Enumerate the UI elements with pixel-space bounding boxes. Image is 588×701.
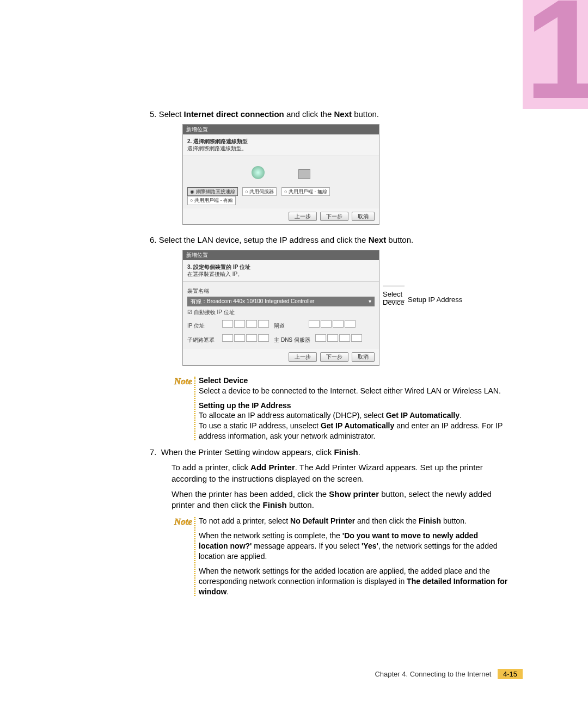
ss2-auto-ip-row[interactable]: ☑ 自動接收 IP 位址 [187, 306, 375, 318]
ss2-next-button[interactable]: 下一步 [320, 352, 348, 362]
ss2-gw-label: 閘道 [274, 322, 307, 330]
gw-octet[interactable] [309, 320, 320, 328]
page-footer: Chapter 4. Connecting to the Internet 4-… [0, 669, 588, 679]
step-7-body: To add a printer, click Add Printer. The… [150, 462, 509, 511]
mask-octet[interactable] [258, 334, 269, 342]
ss2-device-label: 裝置名稱 [187, 285, 375, 297]
ss1-heading: 2. 選擇網際網路連線類型 [187, 138, 248, 144]
mask-octet[interactable] [234, 334, 245, 342]
step-5-text-mid: and click the [284, 109, 334, 119]
gw-octet[interactable] [333, 320, 344, 328]
step-6-text-pre: Select the LAN device, setup the IP addr… [159, 235, 369, 244]
ss2-device-select[interactable]: 有線：Broadcom 440x 10/100 Integrated Contr… [187, 297, 375, 306]
note1-h1: Select Device [199, 376, 509, 386]
ip-octet[interactable] [246, 320, 257, 328]
ss1-header: 2. 選擇網際網路連線類型 選擇網際網路連線類型。 [183, 134, 379, 156]
note1-p2a: To allocate an IP address automatically … [199, 411, 386, 420]
note2-p2-mid: message appears. If you select [252, 542, 362, 550]
step-7-num: 7. [150, 447, 157, 457]
screenshot-connection-type: 新增位置 2. 選擇網際網路連線類型 選擇網際網路連線類型。 ◉ 網際網路直接連… [182, 124, 379, 225]
ss1-titlebar: 新增位置 [183, 125, 379, 134]
ss2-header: 3. 設定每個裝置的 IP 位址 在選擇裝置後輸入 IP。 [183, 260, 379, 282]
note-label: Note [150, 376, 192, 388]
ss1-opt1-label: 網際網路直接連線 [196, 189, 235, 194]
ss2-heading: 3. 設定每個裝置的 IP 位址 [187, 264, 250, 270]
mask-octet[interactable] [246, 334, 257, 342]
note-rule [194, 517, 195, 595]
dns-octet[interactable] [351, 334, 362, 342]
ss1-cancel-button[interactable]: 取消 [352, 212, 375, 222]
step7-l3-post: button. [287, 500, 314, 509]
screenshot-ip-wrap: 新增位置 3. 設定每個裝置的 IP 位址 在選擇裝置後輸入 IP。 裝置名稱 … [150, 250, 509, 366]
note2-p1-post: button. [441, 516, 467, 525]
note1-p2a-b: Get IP Automatically [386, 411, 460, 420]
ss2-subheading: 在選擇裝置後輸入 IP。 [187, 271, 243, 277]
ss2-cancel-button[interactable]: 取消 [352, 352, 375, 362]
note1-p1: Select a device to be connected to the I… [199, 386, 509, 396]
ss1-options: ◉ 網際網路直接連線 ○ 共用伺服器 ○ 共用用戶端 - 無線 ○ 共用用戶端 … [187, 187, 375, 205]
note1-p2: To allocate an IP address automatically … [199, 410, 509, 441]
ss1-next-button[interactable]: 下一步 [320, 212, 348, 222]
step7-l2-pre: To add a printer, click [171, 463, 250, 472]
footer-chapter: Chapter 4. Connecting to the Internet [375, 670, 491, 678]
step-5: 5. Select Internet direct connection and… [150, 109, 509, 120]
ss2-titlebar: 新增位置 [183, 250, 379, 260]
ss1-body: ◉ 網際網路直接連線 ○ 共用伺服器 ○ 共用用戶端 - 無線 ○ 共用用戶端 … [183, 156, 379, 208]
step7-l1-post: . [358, 447, 360, 457]
dns-octet[interactable] [327, 334, 338, 342]
note1-h2: Setting up the IP Address [199, 401, 509, 411]
step-6-num: 6. [150, 235, 157, 244]
note-2-body: To not add a printer, select No Default … [199, 516, 509, 597]
ss2-body: 裝置名稱 有線：Broadcom 440x 10/100 Integrated … [183, 282, 379, 349]
gw-octet[interactable] [321, 320, 332, 328]
step7-l2-b: Add Printer [250, 463, 295, 472]
note-label: Note [150, 516, 192, 528]
ip-octet[interactable] [234, 320, 245, 328]
callout-pointer [383, 286, 405, 286]
note2-p2-pre: When the network setting is complete, th… [199, 531, 342, 540]
chapter-tab: 1 [523, 0, 588, 109]
note-block-2: Note To not add a printer, select No Def… [150, 516, 509, 597]
ss1-opt-client-wired[interactable]: ○ 共用用戶端 - 有線 [187, 196, 236, 205]
page-content: 5. Select Internet direct connection and… [150, 109, 509, 602]
ss2-auto-ip-label: 自動接收 IP 位址 [194, 309, 235, 315]
ss1-opt-direct[interactable]: ◉ 網際網路直接連線 [187, 187, 238, 196]
note2-p1-b1: No Default Printer [290, 516, 355, 525]
note2-p3-post: . [226, 587, 229, 596]
ss2-device-value: 有線：Broadcom 440x 10/100 Integrated Contr… [191, 298, 314, 304]
ss1-footer: 上一步 下一步 取消 [183, 208, 379, 225]
step-6-text-post: button. [386, 235, 413, 244]
dns-octet[interactable] [339, 334, 350, 342]
ip-octet[interactable] [258, 320, 269, 328]
ip-octet[interactable] [222, 320, 233, 328]
ss1-opt3-label: 共用用戶端 - 無線 [289, 189, 327, 194]
step7-p2: To add a printer, click Add Printer. The… [171, 462, 509, 484]
ss2-ip-row: IP 位址 閘道 [187, 318, 375, 332]
mask-octet[interactable] [222, 334, 233, 342]
ss2-back-button[interactable]: 上一步 [289, 352, 317, 362]
note2-p1-mid: and then click the [355, 516, 419, 525]
step-7-line1: 7. When the Printer Setting window appea… [150, 447, 509, 458]
step-5-num: 5. [150, 109, 157, 119]
ss1-back-button[interactable]: 上一步 [289, 212, 317, 222]
gw-octet[interactable] [345, 320, 356, 328]
note2-p1-b2: Finish [419, 516, 441, 525]
note2-p1: To not add a printer, select No Default … [199, 516, 509, 526]
step-5-text-post: button. [352, 109, 379, 119]
ss1-opt-shared-server[interactable]: ○ 共用伺服器 [242, 187, 277, 196]
note2-p2-b2: 'Yes' [362, 542, 378, 550]
callout-setup-ip: Setup IP Address [383, 296, 462, 304]
screenshot-ip-setup: 新增位置 3. 設定每個裝置的 IP 位址 在選擇裝置後輸入 IP。 裝置名稱 … [182, 250, 379, 366]
note2-p1-pre: To not add a printer, select [199, 516, 290, 525]
dns-octet[interactable] [315, 334, 326, 342]
note-block-1: Note Select Device Select a device to be… [150, 376, 509, 441]
ss1-opt4-label: 共用用戶端 - 有線 [194, 198, 233, 203]
ss1-opt-client-wireless[interactable]: ○ 共用用戶端 - 無線 [281, 187, 330, 196]
note-rule [194, 377, 195, 440]
note1-p2b: To use a static IP address, unselect [199, 421, 321, 430]
step-6: 6. Select the LAN device, setup the IP a… [150, 235, 509, 245]
step7-l3-b: Show printer [329, 489, 379, 499]
note-1-body: Select Device Select a device to be conn… [199, 376, 509, 441]
step-5-text-pre: Select [159, 109, 184, 119]
ss1-opt2-label: 共用伺服器 [249, 189, 274, 194]
